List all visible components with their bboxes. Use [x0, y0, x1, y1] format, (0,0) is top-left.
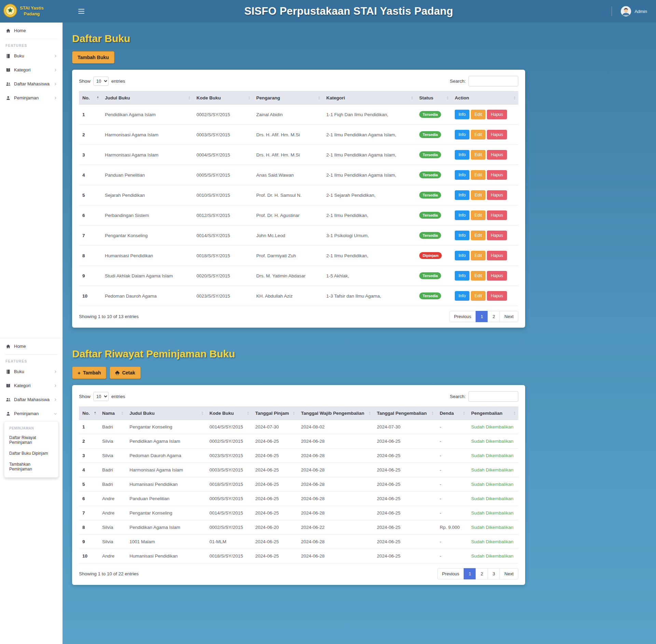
column-header-tanggal-wajib-pengembalian[interactable]: Tanggal Wajib Pengembalian▲▼ — [298, 407, 373, 420]
info-button[interactable]: Info — [455, 150, 469, 160]
info-button[interactable]: Info — [455, 130, 469, 139]
page-length-select[interactable]: 10 — [93, 77, 109, 86]
column-header-pengembalian[interactable]: Pengembalian▲▼ — [468, 407, 518, 420]
previous-button[interactable]: Previous — [437, 568, 464, 579]
submenu-item-daftar-riwayat-peminjaman[interactable]: Daftar Riwayat Peminjaman — [4, 432, 58, 448]
cell-pengarang: KH. Abdullah Aziz — [253, 286, 323, 306]
page-button-1[interactable]: 1 — [464, 568, 476, 579]
column-header-kode-buku[interactable]: Kode Buku▲▼ — [193, 92, 253, 105]
info-button[interactable]: Info — [455, 210, 469, 220]
info-button[interactable]: Info — [455, 251, 469, 260]
next-button[interactable]: Next — [500, 568, 518, 579]
page-button-2[interactable]: 2 — [476, 568, 488, 579]
column-header-tanggal-pengembalian[interactable]: Tanggal Pengembalian▲▼ — [373, 407, 436, 420]
cell-pengarang: Prof. Dr. H. Agustinar — [253, 205, 323, 225]
info-button[interactable]: Info — [455, 170, 469, 180]
edit-button[interactable]: Edit — [471, 231, 486, 240]
table-info: Showing 1 to 10 of 22 entries — [79, 571, 139, 576]
edit-button[interactable]: Edit — [471, 150, 486, 160]
info-button[interactable]: Info — [455, 190, 469, 200]
sidebar-item-kategori[interactable]: Kategori — [0, 63, 63, 77]
column-header-action[interactable]: Action▲▼ — [451, 92, 518, 105]
edit-button[interactable]: Edit — [471, 170, 486, 180]
page-button-2[interactable]: 2 — [488, 311, 500, 322]
submenu-item-daftar-buku-dipinjam[interactable]: Daftar Buku Dipinjam — [4, 448, 58, 459]
sidebar-item-label: Buku — [14, 53, 24, 58]
hapus-button[interactable]: Hapus — [487, 210, 507, 220]
info-button[interactable]: Info — [455, 110, 469, 119]
page-length-select[interactable]: 10 — [93, 392, 109, 401]
cell-action: InfoEditHapus — [451, 205, 518, 225]
edit-button[interactable]: Edit — [471, 130, 486, 139]
column-label: Tanggal Pengembalian — [377, 411, 427, 416]
column-header-judul-buku[interactable]: Judul Buku▲▼ — [101, 92, 193, 105]
column-header-kode-buku[interactable]: Kode Buku▲▼ — [206, 407, 252, 420]
sidebar-item-buku[interactable]: Buku — [0, 49, 63, 63]
edit-button[interactable]: Edit — [471, 271, 486, 280]
hapus-button[interactable]: Hapus — [487, 170, 507, 180]
column-label: Nama — [102, 411, 115, 416]
column-header-no[interactable]: No.▲▼ — [79, 407, 99, 420]
cell-status: Dipinjam — [416, 246, 451, 266]
book-open-icon — [5, 68, 11, 72]
hapus-button[interactable]: Hapus — [487, 130, 507, 139]
hapus-button[interactable]: Hapus — [487, 271, 507, 280]
edit-button[interactable]: Edit — [471, 110, 486, 119]
column-header-tanggal-pinjam[interactable]: Tanggal Pinjam▲▼ — [252, 407, 298, 420]
hapus-button[interactable]: Hapus — [487, 291, 507, 301]
page-button-3[interactable]: 3 — [488, 568, 500, 579]
sidebar-item-label: Daftar Mahasiswa — [14, 81, 50, 86]
cell-nama: Badri — [99, 463, 126, 477]
next-button[interactable]: Next — [500, 311, 518, 322]
cell-no: 4 — [79, 165, 101, 185]
sidebar-item-home[interactable]: Home — [0, 338, 63, 354]
column-header-judul-buku[interactable]: Judul Buku▲▼ — [126, 407, 206, 420]
column-header-denda[interactable]: Denda▲▼ — [436, 407, 468, 420]
hapus-button[interactable]: Hapus — [487, 190, 507, 200]
user-avatar[interactable] — [621, 6, 631, 16]
loans-table-body: 1BadriPengantar Konseling0014/S/SY/20152… — [79, 420, 518, 563]
column-header-pengarang[interactable]: Pengarang▲▼ — [253, 92, 323, 105]
info-button[interactable]: Info — [455, 271, 469, 280]
cell-nama: Silvia — [99, 434, 126, 449]
submenu-item-tambahkan-peminjaman[interactable]: Tambahkan Peminjaman — [4, 459, 58, 475]
sidebar-toggle-button[interactable] — [77, 6, 86, 16]
edit-button[interactable]: Edit — [471, 190, 486, 200]
sidebar-item-peminjaman[interactable]: Peminjaman — [0, 91, 63, 105]
hapus-button[interactable]: Hapus — [487, 150, 507, 160]
info-button[interactable]: Info — [455, 291, 469, 301]
sidebar-item-daftar-mahasiswa[interactable]: Daftar Mahasiswa — [0, 393, 63, 407]
tambah-peminjaman-button[interactable]: + Tambah — [72, 367, 106, 379]
info-button[interactable]: Info — [455, 231, 469, 240]
cetak-button[interactable]: Cetak — [110, 367, 140, 379]
previous-button[interactable]: Previous — [449, 311, 476, 322]
brand[interactable]: STAI Yastis Padang — [0, 4, 63, 19]
column-header-no[interactable]: No.▲▼ — [79, 92, 101, 105]
column-header-nama[interactable]: Nama▲▼ — [99, 407, 126, 420]
sidebar-item-buku[interactable]: Buku — [0, 365, 63, 379]
page-button-1[interactable]: 1 — [476, 311, 488, 322]
sidebar-item-peminjaman[interactable]: Peminjaman — [0, 407, 63, 421]
sidebar-item-kategori[interactable]: Kategori — [0, 379, 63, 393]
sidebar-item-home[interactable]: Home — [0, 23, 63, 39]
user-name[interactable]: Admin — [634, 9, 647, 14]
loan-row: 1BadriPengantar Konseling0014/S/SY/20152… — [79, 420, 518, 434]
header-user-area: Admin — [612, 6, 656, 16]
hapus-button[interactable]: Hapus — [487, 231, 507, 240]
edit-button[interactable]: Edit — [471, 291, 486, 301]
column-header-status[interactable]: Status▲▼ — [416, 92, 451, 105]
books-search-input[interactable] — [468, 76, 518, 86]
status-badge: Tersedia — [419, 292, 441, 299]
cell-denda: - — [436, 434, 468, 449]
edit-button[interactable]: Edit — [471, 251, 486, 260]
column-header-kategori[interactable]: Kategori▲▼ — [323, 92, 416, 105]
hapus-button[interactable]: Hapus — [487, 110, 507, 119]
loans-search-input[interactable] — [468, 391, 518, 402]
tambah-buku-button[interactable]: Tambah Buku — [72, 51, 114, 64]
edit-button[interactable]: Edit — [471, 210, 486, 220]
cell-kode-buku: 0005/S/SY/2015 — [206, 492, 252, 506]
hapus-button[interactable]: Hapus — [487, 251, 507, 260]
sort-icon: ▲▼ — [248, 96, 250, 100]
sidebar-item-daftar-mahasiswa[interactable]: Daftar Mahasiswa — [0, 77, 63, 91]
books-section: Home FEATURES Buku Kategori — [0, 23, 656, 338]
